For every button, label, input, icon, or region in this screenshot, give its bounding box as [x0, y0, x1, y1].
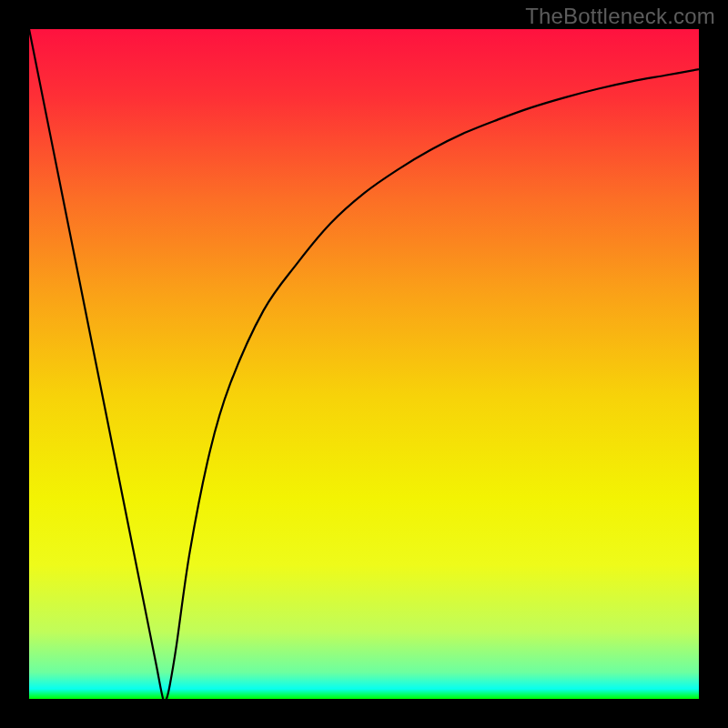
chart-frame: TheBottleneck.com [0, 0, 728, 728]
optimal-range-marker [151, 699, 179, 710]
bottleneck-chart [0, 0, 728, 728]
gradient-background [29, 29, 699, 699]
